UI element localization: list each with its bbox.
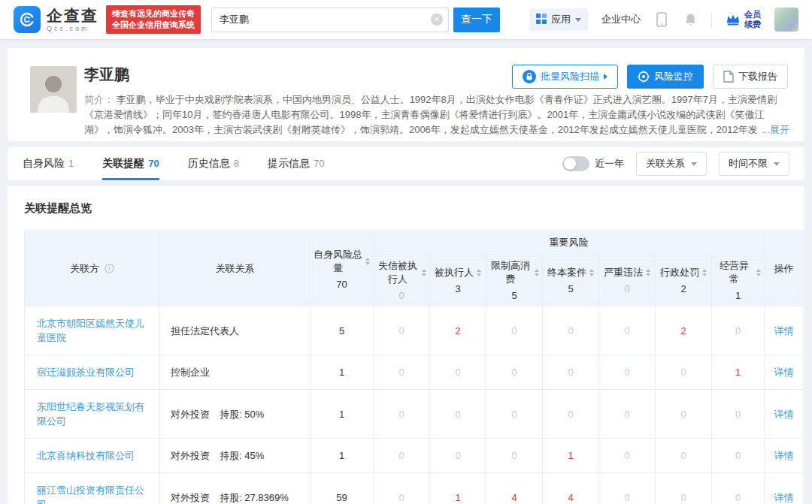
sort-icon[interactable] bbox=[535, 269, 539, 276]
detail-link[interactable]: 详情 bbox=[774, 409, 794, 420]
apps-menu[interactable]: 应用 bbox=[529, 8, 588, 31]
time-filter-dropdown[interactable]: 时间不限 bbox=[719, 152, 789, 176]
logo-text: 企查查 bbox=[47, 8, 98, 23]
self-risk-count-cell: 1 bbox=[311, 355, 374, 390]
risk-column-header[interactable]: 行政处罚2 bbox=[656, 255, 712, 306]
sort-icon[interactable] bbox=[477, 269, 481, 276]
relation-cell: 担任法定代表人 bbox=[160, 306, 311, 355]
self-risk-count-cell: 1 bbox=[311, 439, 374, 473]
recent-year-toggle[interactable] bbox=[562, 156, 589, 171]
risk-column-total: 3 bbox=[433, 283, 483, 294]
tab-history-info[interactable]: 历史信息 8 bbox=[188, 147, 239, 180]
relation-cell: 对外投资 持股: 45% bbox=[160, 439, 311, 473]
sort-icon[interactable] bbox=[646, 269, 650, 276]
column-header-relation: 关联关系 bbox=[160, 231, 311, 306]
risk-value-cell: 0 bbox=[374, 390, 430, 439]
risk-monitor-button[interactable]: 风险监控 bbox=[627, 65, 704, 89]
search-input[interactable] bbox=[211, 8, 449, 32]
profile-intro: 简介： 李亚鹏，毕业于中央戏剧学院表演系，中国内地男演员、公益人士。1992年8… bbox=[84, 92, 789, 137]
risk-value-cell: 0 bbox=[486, 355, 543, 390]
company-link[interactable]: 北京喜纳科技有限公司 bbox=[37, 450, 135, 461]
relation-cell: 控制企业 bbox=[160, 355, 311, 390]
risk-value-cell: 0 bbox=[656, 473, 712, 504]
risk-value-cell: 0 bbox=[656, 390, 712, 439]
chevron-down-icon bbox=[691, 162, 697, 166]
risk-value-cell: 4 bbox=[543, 473, 599, 504]
mobile-app-icon[interactable] bbox=[654, 12, 669, 27]
risk-value-cell: 0 bbox=[599, 390, 656, 439]
sort-icon[interactable] bbox=[365, 258, 370, 265]
risk-column-header[interactable]: 失信被执行人0 bbox=[374, 255, 430, 306]
self-risk-count-cell: 59 bbox=[311, 473, 374, 504]
risk-column-header[interactable]: 限制高消费5 bbox=[486, 255, 543, 306]
member-renew-button[interactable]: 会员 续费 bbox=[726, 10, 761, 29]
risk-value-cell: 0 bbox=[712, 390, 765, 439]
qcc-logo[interactable]: 企查查 Qcc.com bbox=[14, 6, 98, 33]
clear-search-icon[interactable]: ✕ bbox=[431, 14, 443, 26]
risk-value-cell: 0 bbox=[656, 439, 712, 473]
table-row: 北京喜纳科技有限公司对外投资 持股: 45%10001000详情 bbox=[25, 439, 804, 473]
relation-cell: 对外投资 持股: 50% bbox=[160, 390, 311, 439]
download-report-button[interactable]: 下载报告 bbox=[713, 65, 788, 89]
company-link[interactable]: 北京市朝阳区嫣然天使儿童医院 bbox=[37, 318, 144, 343]
company-link[interactable]: 东阳世纪春天影视策划有限公司 bbox=[37, 401, 144, 427]
risk-value-cell: 0 bbox=[374, 439, 430, 473]
sort-icon[interactable] bbox=[702, 269, 707, 276]
column-header-action: 操作 bbox=[765, 231, 804, 306]
sort-icon[interactable] bbox=[589, 269, 594, 276]
table-row: 宿迁滋颢茶业有限公司控制企业10000001详情 bbox=[25, 355, 804, 390]
apps-grid-icon bbox=[536, 14, 547, 26]
risk-column-header[interactable]: 严重违法0 bbox=[599, 255, 656, 306]
risk-value-cell: 0 bbox=[599, 439, 656, 473]
chevron-down-icon bbox=[774, 162, 780, 166]
sort-icon[interactable] bbox=[756, 269, 761, 276]
logo-subtext: Qcc.com bbox=[47, 26, 98, 32]
self-risk-count-cell: 1 bbox=[311, 390, 374, 439]
table-row: 丽江雪山投资有限责任公司对外投资 持股: 27.8369%590144000详情 bbox=[25, 473, 804, 504]
risk-column-total: 0 bbox=[377, 290, 426, 301]
risk-value-cell: 1 bbox=[430, 473, 486, 504]
chevron-down-icon bbox=[575, 18, 581, 22]
user-avatar[interactable] bbox=[774, 8, 798, 32]
risk-column-total: 0 bbox=[602, 283, 652, 294]
detail-link[interactable]: 详情 bbox=[774, 450, 794, 461]
risk-value-cell: 0 bbox=[599, 306, 656, 355]
search-button[interactable]: 查一下 bbox=[453, 8, 500, 32]
risk-value-cell: 0 bbox=[656, 355, 712, 390]
tabs-bar: 自身风险 1 关联提醒 70 历史信息 8 提示信息 70 近一年 关联关系 时… bbox=[8, 147, 804, 180]
risk-value-cell: 0 bbox=[599, 355, 656, 390]
sort-icon[interactable] bbox=[422, 269, 426, 276]
risk-column-header[interactable]: 被执行人3 bbox=[430, 255, 486, 306]
tab-self-risk[interactable]: 自身风险 1 bbox=[23, 147, 74, 180]
risk-value-cell: 0 bbox=[374, 355, 430, 390]
detail-link[interactable]: 详情 bbox=[774, 325, 794, 337]
column-header-party: 关联方 bbox=[25, 231, 160, 306]
enterprise-center-link[interactable]: 企业中心 bbox=[601, 13, 641, 26]
expand-link[interactable]: 展开 bbox=[770, 124, 789, 135]
detail-link[interactable]: 详情 bbox=[774, 367, 794, 378]
risk-column-header[interactable]: 终本案件5 bbox=[543, 255, 599, 306]
risk-value-cell: 0 bbox=[543, 390, 599, 439]
notifications-bell-icon[interactable] bbox=[683, 12, 698, 27]
column-group-important-risk: 重要风险 bbox=[374, 231, 765, 255]
monitor-icon bbox=[638, 71, 650, 83]
detail-link[interactable]: 详情 bbox=[774, 492, 794, 503]
company-link[interactable]: 宿迁滋颢茶业有限公司 bbox=[37, 367, 135, 378]
tab-related-alerts[interactable]: 关联提醒 70 bbox=[102, 147, 159, 180]
company-link[interactable]: 丽江雪山投资有限责任公司 bbox=[37, 484, 144, 504]
batch-risk-scan-button[interactable]: 批量风险扫描 bbox=[512, 65, 618, 89]
profile-card: 李亚鹏 批量风险扫描 风险监控 下载报告 bbox=[8, 48, 804, 141]
risk-value-cell: 2 bbox=[656, 306, 712, 355]
qcc-logo-icon bbox=[14, 6, 41, 33]
intro-text: 李亚鹏，毕业于中央戏剧学院表演系，中国内地男演员、公益人士。1992年8月，出演… bbox=[84, 94, 787, 137]
info-icon[interactable] bbox=[105, 264, 114, 273]
risk-column-total: 2 bbox=[659, 283, 708, 294]
column-header-self-risk[interactable]: 自身风险总量 70 bbox=[311, 231, 374, 306]
tab-notice-info[interactable]: 提示信息 70 bbox=[268, 147, 324, 180]
brand-slogan: 缔造有远见的商业传奇 全国企业信用查询系统 bbox=[106, 5, 201, 34]
document-icon bbox=[723, 71, 734, 83]
relation-filter-dropdown[interactable]: 关联关系 bbox=[636, 152, 707, 176]
risk-value-cell: 0 bbox=[712, 473, 765, 504]
risk-column-header[interactable]: 经营异常1 bbox=[712, 255, 765, 306]
related-alerts-panel: 关联提醒总览 关联方 bbox=[8, 186, 804, 504]
